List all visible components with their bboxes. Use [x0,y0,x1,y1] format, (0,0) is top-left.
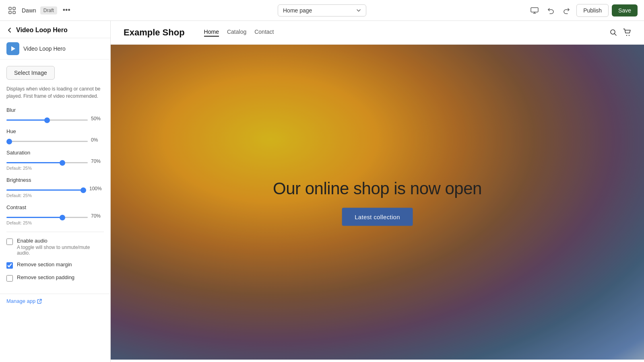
remove-margin-label: Remove section margin [17,261,72,267]
redo-icon [563,7,570,14]
nav-link-home[interactable]: Home [204,29,219,37]
manage-app-label: Manage app [6,298,35,304]
settings-content: Select Image Displays when video is load… [0,60,110,294]
topbar-left: Dawn Draft ••• [6,5,72,16]
preview-area: Example Shop Home Catalog Contact [111,21,644,362]
brightness-value: 100% [89,186,104,191]
main-layout: Video Loop Hero Video Loop Hero Select I… [0,21,644,362]
nav-link-catalog[interactable]: Catalog [227,29,246,37]
blur-value: 50% [91,116,104,121]
saturation-slider[interactable] [6,162,88,163]
more-options-button[interactable]: ••• [61,6,72,14]
hue-slider-group: Hue 0% [6,128,104,143]
svg-rect-0 [9,7,11,10]
blur-label: Blur [6,107,16,113]
sidebar-header: Video Loop Hero [0,21,110,38]
shop-name: Example Shop [124,27,185,38]
draft-badge: Draft [40,6,57,14]
shop-nav: Example Shop Home Catalog Contact [111,21,644,45]
page-select-dropdown[interactable]: Home page [278,4,366,16]
cart-nav-icon[interactable] [623,29,631,37]
remove-padding-label: Remove section padding [17,274,74,280]
nav-link-contact[interactable]: Contact [254,29,274,37]
search-nav-icon[interactable] [609,29,617,37]
section-name-label: Video Loop Hero [23,45,66,52]
play-icon [9,45,17,52]
search-icon [609,29,617,37]
blur-slider[interactable] [6,119,88,121]
nav-links: Home Catalog Contact [204,29,597,37]
hue-slider[interactable] [6,141,88,142]
remove-padding-checkbox[interactable] [6,275,13,282]
back-arrow-icon [6,27,13,33]
enable-audio-checkbox[interactable] [6,239,13,245]
select-image-button[interactable]: Select Image [6,66,55,80]
external-link-icon [37,299,42,304]
contrast-label: Contrast [6,204,26,210]
saturation-label: Saturation [6,150,30,156]
brightness-slider[interactable] [6,189,86,191]
chevron-down-icon [356,8,361,13]
contrast-slider-group: Contrast 70% Default: 25% [6,204,104,225]
section-item[interactable]: Video Loop Hero [0,38,110,60]
enable-audio-sublabel: A toggle will show to unmute/mute audio. [17,245,104,256]
brightness-slider-group: Brightness 100% Default: 25% [6,177,104,198]
hue-label: Hue [6,128,16,134]
undo-button[interactable] [544,4,557,17]
sidebar-title: Video Loop Hero [16,27,68,34]
publish-button[interactable]: Publish [576,4,609,17]
blur-slider-wrapper [6,115,88,122]
contrast-default: Default: 25% [6,220,104,225]
remove-margin-checkbox[interactable] [6,262,13,269]
brightness-label-row: Brightness [6,177,104,183]
enable-audio-row: Enable audio A toggle will show to unmut… [6,238,104,256]
save-button[interactable]: Save [612,4,638,16]
sidebar: Video Loop Hero Video Loop Hero Select I… [0,21,111,362]
contrast-slider-wrapper [6,213,88,219]
svg-rect-3 [13,11,15,14]
topbar: Dawn Draft ••• Home page [0,0,644,21]
hero-cta-button[interactable]: Latest collection [342,208,413,226]
back-button[interactable] [6,27,13,33]
redo-button[interactable] [560,4,573,17]
hue-label-row: Hue [6,128,104,134]
device-preview-button[interactable] [528,4,541,17]
contrast-slider-row: 70% [6,213,104,219]
theme-label: Dawn [22,7,36,14]
divider-1 [6,232,104,232]
blur-slider-row: 50% [6,115,104,122]
brightness-slider-wrapper [6,185,86,192]
svg-marker-5 [11,46,15,51]
contrast-slider[interactable] [6,217,88,218]
blur-label-row: Blur [6,107,104,113]
svg-rect-4 [531,8,538,12]
grid-icon[interactable] [6,5,18,16]
desktop-icon [530,7,539,14]
topbar-right: Publish Save [528,4,638,17]
hero-section: Our online shop is now open Latest colle… [111,45,644,360]
manage-app-link[interactable]: Manage app [0,294,110,308]
hero-title: Our online shop is now open [273,179,482,198]
svg-rect-1 [13,7,15,10]
helper-text: Displays when video is loading or cannot… [6,85,104,100]
saturation-label-row: Saturation [6,150,104,156]
contrast-label-row: Contrast [6,204,104,210]
remove-padding-row: Remove section padding [6,274,104,282]
svg-rect-2 [9,11,11,14]
topbar-center: Home page [278,4,366,16]
section-icon [6,42,19,55]
saturation-slider-row: 70% [6,158,104,165]
hero-content: Our online shop is now open Latest colle… [273,179,482,226]
undo-icon [547,7,554,14]
svg-point-6 [611,30,615,34]
hue-slider-wrapper [6,137,88,143]
enable-audio-labels: Enable audio A toggle will show to unmut… [17,238,104,256]
saturation-slider-group: Saturation 70% Default: 25% [6,150,104,171]
hue-slider-row: 0% [6,137,104,143]
page-select-text: Home page [283,7,312,14]
cart-icon [623,29,631,37]
contrast-value: 70% [91,213,104,219]
hue-value: 0% [91,137,104,143]
nav-icons [609,29,631,37]
blur-slider-group: Blur 50% [6,107,104,122]
